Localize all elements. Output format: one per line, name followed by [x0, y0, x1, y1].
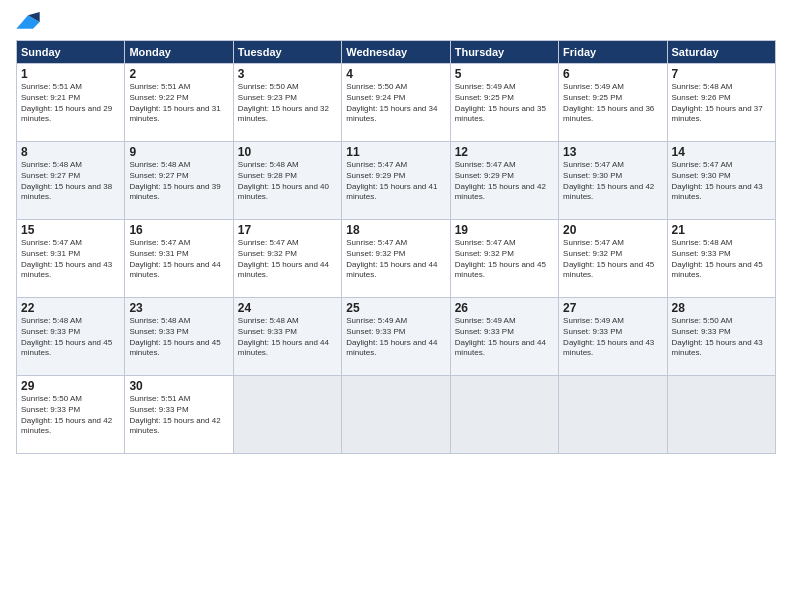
- day-info: Sunrise: 5:47 AMSunset: 9:32 PMDaylight:…: [563, 238, 662, 281]
- day-number: 6: [563, 67, 662, 81]
- calendar-cell: 9Sunrise: 5:48 AMSunset: 9:27 PMDaylight…: [125, 142, 233, 220]
- day-info: Sunrise: 5:47 AMSunset: 9:29 PMDaylight:…: [455, 160, 554, 203]
- calendar-cell: 23Sunrise: 5:48 AMSunset: 9:33 PMDayligh…: [125, 298, 233, 376]
- header-cell-wednesday: Wednesday: [342, 41, 450, 64]
- calendar-cell: [667, 376, 775, 454]
- day-info: Sunrise: 5:47 AMSunset: 9:30 PMDaylight:…: [563, 160, 662, 203]
- day-info: Sunrise: 5:50 AMSunset: 9:33 PMDaylight:…: [21, 394, 120, 437]
- calendar-cell: 20Sunrise: 5:47 AMSunset: 9:32 PMDayligh…: [559, 220, 667, 298]
- day-info: Sunrise: 5:48 AMSunset: 9:27 PMDaylight:…: [21, 160, 120, 203]
- header-cell-thursday: Thursday: [450, 41, 558, 64]
- day-info: Sunrise: 5:50 AMSunset: 9:23 PMDaylight:…: [238, 82, 337, 125]
- day-info: Sunrise: 5:47 AMSunset: 9:29 PMDaylight:…: [346, 160, 445, 203]
- day-number: 21: [672, 223, 771, 237]
- calendar-cell: 26Sunrise: 5:49 AMSunset: 9:33 PMDayligh…: [450, 298, 558, 376]
- day-number: 14: [672, 145, 771, 159]
- day-number: 19: [455, 223, 554, 237]
- calendar-cell: 19Sunrise: 5:47 AMSunset: 9:32 PMDayligh…: [450, 220, 558, 298]
- day-number: 26: [455, 301, 554, 315]
- calendar-cell: 28Sunrise: 5:50 AMSunset: 9:33 PMDayligh…: [667, 298, 775, 376]
- header-cell-tuesday: Tuesday: [233, 41, 341, 64]
- day-info: Sunrise: 5:51 AMSunset: 9:21 PMDaylight:…: [21, 82, 120, 125]
- day-number: 13: [563, 145, 662, 159]
- calendar-cell: [559, 376, 667, 454]
- calendar-cell: 4Sunrise: 5:50 AMSunset: 9:24 PMDaylight…: [342, 64, 450, 142]
- calendar-cell: 27Sunrise: 5:49 AMSunset: 9:33 PMDayligh…: [559, 298, 667, 376]
- logo-icon: [16, 12, 40, 32]
- calendar-cell: 1Sunrise: 5:51 AMSunset: 9:21 PMDaylight…: [17, 64, 125, 142]
- calendar-table: SundayMondayTuesdayWednesdayThursdayFrid…: [16, 40, 776, 454]
- calendar-row-3: 22Sunrise: 5:48 AMSunset: 9:33 PMDayligh…: [17, 298, 776, 376]
- calendar-cell: 29Sunrise: 5:50 AMSunset: 9:33 PMDayligh…: [17, 376, 125, 454]
- day-info: Sunrise: 5:48 AMSunset: 9:33 PMDaylight:…: [21, 316, 120, 359]
- day-info: Sunrise: 5:49 AMSunset: 9:33 PMDaylight:…: [563, 316, 662, 359]
- day-number: 8: [21, 145, 120, 159]
- calendar-page: SundayMondayTuesdayWednesdayThursdayFrid…: [0, 0, 792, 612]
- day-info: Sunrise: 5:48 AMSunset: 9:28 PMDaylight:…: [238, 160, 337, 203]
- day-number: 3: [238, 67, 337, 81]
- day-info: Sunrise: 5:51 AMSunset: 9:22 PMDaylight:…: [129, 82, 228, 125]
- calendar-cell: 10Sunrise: 5:48 AMSunset: 9:28 PMDayligh…: [233, 142, 341, 220]
- day-info: Sunrise: 5:47 AMSunset: 9:30 PMDaylight:…: [672, 160, 771, 203]
- calendar-cell: 14Sunrise: 5:47 AMSunset: 9:30 PMDayligh…: [667, 142, 775, 220]
- day-number: 29: [21, 379, 120, 393]
- day-number: 4: [346, 67, 445, 81]
- day-number: 30: [129, 379, 228, 393]
- day-number: 5: [455, 67, 554, 81]
- day-info: Sunrise: 5:47 AMSunset: 9:32 PMDaylight:…: [346, 238, 445, 281]
- day-info: Sunrise: 5:48 AMSunset: 9:33 PMDaylight:…: [129, 316, 228, 359]
- calendar-cell: 2Sunrise: 5:51 AMSunset: 9:22 PMDaylight…: [125, 64, 233, 142]
- day-info: Sunrise: 5:47 AMSunset: 9:31 PMDaylight:…: [129, 238, 228, 281]
- calendar-row-2: 15Sunrise: 5:47 AMSunset: 9:31 PMDayligh…: [17, 220, 776, 298]
- header-cell-sunday: Sunday: [17, 41, 125, 64]
- header-cell-monday: Monday: [125, 41, 233, 64]
- day-info: Sunrise: 5:49 AMSunset: 9:33 PMDaylight:…: [455, 316, 554, 359]
- day-number: 22: [21, 301, 120, 315]
- header-cell-saturday: Saturday: [667, 41, 775, 64]
- day-info: Sunrise: 5:48 AMSunset: 9:33 PMDaylight:…: [238, 316, 337, 359]
- calendar-cell: 13Sunrise: 5:47 AMSunset: 9:30 PMDayligh…: [559, 142, 667, 220]
- calendar-cell: 17Sunrise: 5:47 AMSunset: 9:32 PMDayligh…: [233, 220, 341, 298]
- header-cell-friday: Friday: [559, 41, 667, 64]
- day-number: 1: [21, 67, 120, 81]
- day-info: Sunrise: 5:47 AMSunset: 9:32 PMDaylight:…: [238, 238, 337, 281]
- day-info: Sunrise: 5:50 AMSunset: 9:33 PMDaylight:…: [672, 316, 771, 359]
- calendar-body: 1Sunrise: 5:51 AMSunset: 9:21 PMDaylight…: [17, 64, 776, 454]
- day-number: 12: [455, 145, 554, 159]
- calendar-cell: 24Sunrise: 5:48 AMSunset: 9:33 PMDayligh…: [233, 298, 341, 376]
- logo: [16, 12, 44, 32]
- day-number: 25: [346, 301, 445, 315]
- calendar-cell: 15Sunrise: 5:47 AMSunset: 9:31 PMDayligh…: [17, 220, 125, 298]
- day-number: 23: [129, 301, 228, 315]
- calendar-cell: 12Sunrise: 5:47 AMSunset: 9:29 PMDayligh…: [450, 142, 558, 220]
- day-info: Sunrise: 5:48 AMSunset: 9:33 PMDaylight:…: [672, 238, 771, 281]
- day-number: 17: [238, 223, 337, 237]
- day-info: Sunrise: 5:51 AMSunset: 9:33 PMDaylight:…: [129, 394, 228, 437]
- calendar-cell: [233, 376, 341, 454]
- calendar-header: SundayMondayTuesdayWednesdayThursdayFrid…: [17, 41, 776, 64]
- calendar-cell: 25Sunrise: 5:49 AMSunset: 9:33 PMDayligh…: [342, 298, 450, 376]
- calendar-cell: 18Sunrise: 5:47 AMSunset: 9:32 PMDayligh…: [342, 220, 450, 298]
- calendar-row-1: 8Sunrise: 5:48 AMSunset: 9:27 PMDaylight…: [17, 142, 776, 220]
- day-info: Sunrise: 5:47 AMSunset: 9:32 PMDaylight:…: [455, 238, 554, 281]
- calendar-cell: 22Sunrise: 5:48 AMSunset: 9:33 PMDayligh…: [17, 298, 125, 376]
- day-number: 10: [238, 145, 337, 159]
- day-number: 24: [238, 301, 337, 315]
- header: [16, 12, 776, 32]
- day-info: Sunrise: 5:49 AMSunset: 9:25 PMDaylight:…: [563, 82, 662, 125]
- day-number: 7: [672, 67, 771, 81]
- calendar-cell: 6Sunrise: 5:49 AMSunset: 9:25 PMDaylight…: [559, 64, 667, 142]
- day-number: 16: [129, 223, 228, 237]
- calendar-cell: 30Sunrise: 5:51 AMSunset: 9:33 PMDayligh…: [125, 376, 233, 454]
- day-number: 28: [672, 301, 771, 315]
- day-info: Sunrise: 5:48 AMSunset: 9:26 PMDaylight:…: [672, 82, 771, 125]
- calendar-cell: 7Sunrise: 5:48 AMSunset: 9:26 PMDaylight…: [667, 64, 775, 142]
- calendar-cell: 11Sunrise: 5:47 AMSunset: 9:29 PMDayligh…: [342, 142, 450, 220]
- calendar-cell: 16Sunrise: 5:47 AMSunset: 9:31 PMDayligh…: [125, 220, 233, 298]
- day-info: Sunrise: 5:48 AMSunset: 9:27 PMDaylight:…: [129, 160, 228, 203]
- calendar-cell: 5Sunrise: 5:49 AMSunset: 9:25 PMDaylight…: [450, 64, 558, 142]
- day-number: 27: [563, 301, 662, 315]
- calendar-cell: [450, 376, 558, 454]
- header-row: SundayMondayTuesdayWednesdayThursdayFrid…: [17, 41, 776, 64]
- day-number: 11: [346, 145, 445, 159]
